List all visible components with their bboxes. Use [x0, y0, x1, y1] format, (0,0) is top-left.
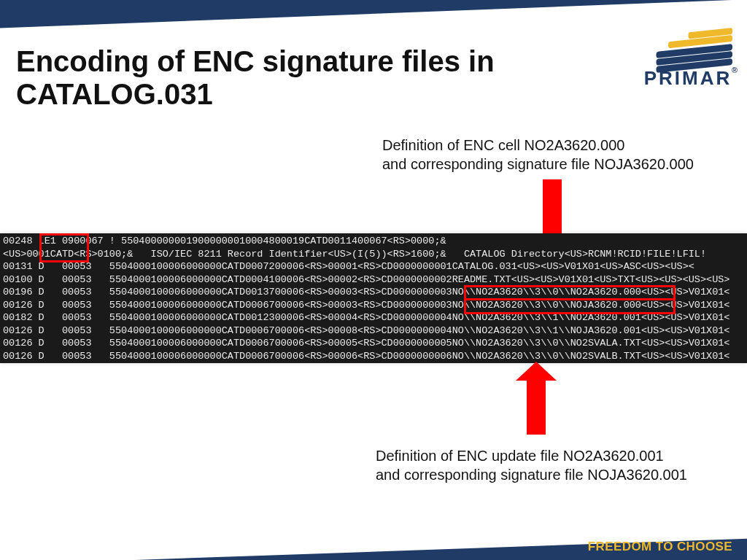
logo-name: PRIMAR	[644, 67, 732, 89]
hex-line-7: 00126 D 00053 5504000100006000000CATD000…	[3, 325, 729, 336]
hex-line-1: <US>0001CATD<RS>0100;& ISO/IEC 8211 Reco…	[3, 249, 706, 260]
hex-line-2: 00131 D 00053 5504000100006000000CATD000…	[3, 261, 694, 272]
hex-line-0: 00248 LE1 0900067 ! 55040000000190000000…	[3, 236, 446, 246]
caption-top-line2: and corresponding signature file NOJA362…	[382, 155, 694, 174]
hex-line-4: 00196 D 00053 5504000100006000000CATD001…	[3, 287, 729, 298]
arrow-up-icon	[527, 381, 546, 435]
footer-tagline: FREEDOM TO CHOOSE	[588, 540, 732, 554]
hex-line-3: 00100 D 00053 5504000100006000000CATD000…	[3, 274, 729, 285]
arrow-down-icon	[543, 179, 562, 233]
caption-bottom-line1: Definition of ENC update file NO2A3620.0…	[376, 446, 687, 465]
brand-logo: PRIMAR ®	[643, 28, 732, 90]
hex-line-6: 00182 D 00053 5504000100006000000CATD001…	[3, 312, 729, 323]
hex-line-9: 00126 D 00053 5504000100006000000CATD000…	[3, 351, 729, 362]
header-stripe	[0, 0, 747, 29]
caption-top: Definition of ENC cell NO2A3620.000 and …	[382, 136, 694, 174]
hexdump-block: 00248 LE1 0900067 ! 55040000000190000000…	[0, 233, 747, 363]
caption-top-line1: Definition of ENC cell NO2A3620.000	[382, 136, 694, 155]
page-title: Encoding of ENC signature files in CATAL…	[16, 45, 614, 111]
hex-line-5: 00126 D 00053 5504000100006000000CATD000…	[3, 300, 729, 311]
registered-icon: ®	[732, 66, 740, 74]
hex-line-8: 00126 D 00053 5504000100006000000CATD000…	[3, 338, 729, 349]
logo-text: PRIMAR ®	[643, 67, 732, 90]
logo-waves-icon	[652, 28, 732, 63]
caption-bottom: Definition of ENC update file NO2A3620.0…	[376, 446, 687, 484]
caption-bottom-line2: and corresponding signature file NOJA362…	[376, 465, 687, 484]
